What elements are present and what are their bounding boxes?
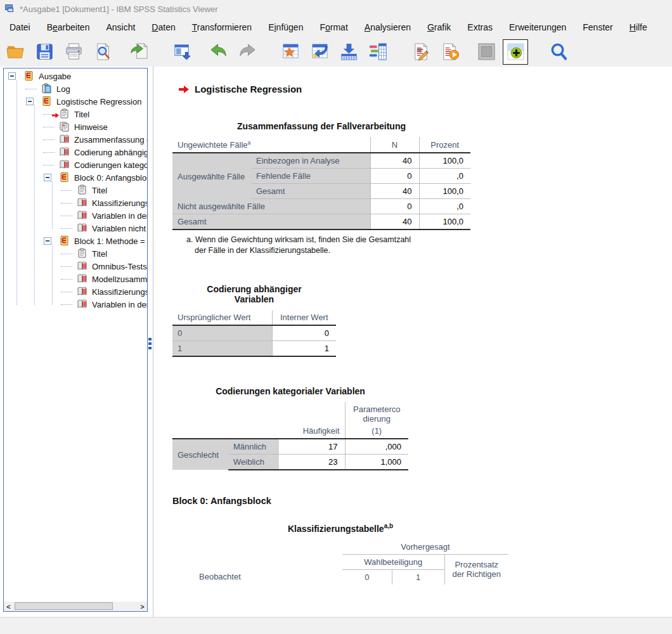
print-preview-icon[interactable] [90, 39, 115, 65]
tree-item-variablen-in-der-gleichung[interactable]: Variablen in der Gleichung [4, 209, 147, 222]
menu-hilfe[interactable]: Hilfe [621, 20, 656, 35]
table-icon [77, 286, 89, 297]
tree-item-block-0-anfangsblock[interactable]: Block 0: Anfangsblock [4, 171, 147, 184]
variables-icon[interactable] [365, 39, 391, 65]
syntax-editor-icon[interactable] [408, 39, 434, 65]
menu-extras[interactable]: Extras [459, 20, 501, 35]
pane-splitter[interactable] [148, 67, 153, 617]
undo-icon[interactable] [205, 39, 231, 65]
print-icon[interactable] [61, 39, 86, 65]
run-script-icon[interactable] [437, 39, 463, 65]
case-summary-section: Zusammenfassung der Fallverarbeitung Ung… [172, 121, 470, 256]
current-item-marker-icon [52, 111, 59, 120]
menu-grafik[interactable]: Grafik [419, 20, 459, 35]
splitter-handle-icon[interactable] [148, 338, 152, 351]
tree-item-label: Block 1: Methode = [74, 236, 145, 246]
tree-item-hinweise[interactable]: Hinweise [4, 120, 147, 133]
tree-item-omnibus-tests-der-modellkoeffizienten[interactable]: Omnibus-Tests der Modellkoeffizienten [4, 260, 147, 273]
redo-icon[interactable] [235, 39, 260, 65]
classification-title: Klassifizierungstabellea,b [172, 522, 508, 534]
book-icon [23, 70, 36, 82]
scroll-left-icon[interactable]: < [4, 602, 13, 611]
designate-window-icon[interactable] [503, 39, 528, 65]
scrollbar-thumb[interactable] [15, 602, 113, 610]
tree-item-titel[interactable]: Titel [4, 184, 147, 197]
tree-item-block-1-methode[interactable]: Block 1: Methode = [4, 235, 147, 247]
menu-erweiterungen[interactable]: Erweiterungen [501, 20, 574, 35]
categorical-coding-table: Parametercodierung Häufigkeit (1) Geschl… [172, 402, 408, 470]
tree-item-label: Variablen in der Gleichung [92, 211, 147, 221]
menu-format[interactable]: Format [311, 20, 356, 35]
menu-analysieren[interactable]: Analysieren [356, 20, 419, 35]
tree-item-label: Modellzusammenfassung [92, 275, 147, 284]
scroll-right-icon[interactable]: > [138, 602, 147, 611]
tree-item-titel[interactable]: Titel [4, 247, 147, 260]
menu-bearbeiten[interactable]: Bearbeiten [39, 20, 98, 35]
tree-item-variablen-in-der-gleichung[interactable]: Variablen in der Gleichung [4, 298, 147, 311]
export-icon[interactable] [126, 39, 152, 65]
log-icon [41, 83, 53, 94]
menu-transformieren[interactable]: Transformieren [184, 20, 260, 35]
tree-item-label: Klassifizierungstabelle [92, 287, 147, 297]
window-title: *Ausgabe1 [Dokument1] - IBM SPSS Statist… [20, 4, 218, 14]
case-summary-table: Ungewichtete Fällea N Prozent Ausgewählt… [172, 137, 470, 230]
categorical-coding-section: Codierungen kategorialer Variablen Param… [172, 386, 408, 470]
classification-table: Vorhergesagt Wahlbeteiligung Prozentsatz… [172, 540, 508, 585]
tree-item-modellzusammenfassung[interactable]: Modellzusammenfassung [4, 273, 147, 285]
goto-variable-icon[interactable] [336, 39, 361, 65]
tree-item-label: Ausgabe [39, 72, 71, 81]
tree-item-label: Block 0: Anfangsblock [74, 173, 147, 183]
tree-item-label: Codierungen kategorialer Variablen [74, 160, 147, 170]
menu-datei[interactable]: Datei [1, 20, 39, 35]
block0-heading: Block 0: Anfangsblock [172, 496, 672, 506]
menu-fenster[interactable]: Fenster [574, 20, 621, 35]
recall-dialogs-icon[interactable] [169, 39, 195, 65]
tree-item-logistische-regression[interactable]: Logistische Regression [4, 95, 147, 108]
tree-item-codierungen-kategorialer-variablen[interactable]: Codierungen kategorialer Variablen [4, 158, 147, 171]
titlebar: *Ausgabe1 [Dokument1] - IBM SPSS Statist… [0, 0, 672, 18]
tree-item-label: Variablen nicht in der Gleichung [92, 224, 147, 233]
tree-item-label: Titel [92, 249, 107, 259]
menu-daten[interactable]: Daten [143, 20, 183, 35]
tree-item-klassifizierungstabelle[interactable]: Klassifizierungstabelle [4, 197, 147, 209]
tree-collapse-icon[interactable] [44, 174, 51, 181]
statusbar [0, 617, 672, 634]
open-icon[interactable] [3, 39, 28, 65]
tree-item-codierung-abh-ngiger-variablen[interactable]: Codierung abhängiger Variablen [4, 146, 147, 158]
dependent-coding-section: Codierung abhängiger Variablen Ursprüngl… [172, 284, 336, 357]
tree-collapse-icon[interactable] [8, 72, 16, 80]
tree-item-zusammenfassung-der-fallverarbeitung[interactable]: Zusammenfassung der Fallverarbeitung [4, 133, 147, 146]
menu-einf-gen[interactable]: Einfügen [260, 20, 311, 35]
find-icon[interactable] [546, 39, 571, 65]
case-summary-footnote: a. Wenn die Gewichtung wirksam ist, find… [186, 235, 470, 256]
tree-collapse-icon[interactable] [44, 237, 51, 245]
current-item-arrow-icon [179, 85, 189, 94]
tree-item-klassifizierungstabelle[interactable]: Klassifizierungstabelle [4, 285, 147, 298]
app-icon [4, 3, 15, 16]
table-icon [59, 146, 71, 158]
tree-item-ausgabe[interactable]: Ausgabe [4, 70, 147, 82]
book-icon [59, 172, 71, 183]
tree-item-variablen-nicht-in-der-gleichung[interactable]: Variablen nicht in der Gleichung [4, 222, 147, 235]
table-icon [77, 210, 89, 221]
scrollbar-track[interactable] [13, 602, 138, 611]
menubar: DateiBearbeitenAnsichtDatenTransformiere… [0, 18, 672, 37]
notes-icon [59, 121, 71, 133]
goto-data-icon[interactable] [278, 39, 303, 65]
tree-collapse-icon[interactable] [26, 98, 34, 105]
outline-pane[interactable]: AusgabeLogLogistische RegressionTitelHin… [3, 68, 148, 612]
select-last-output-icon[interactable] [474, 39, 499, 65]
tree-item-label: Hinweise [74, 122, 108, 132]
table-icon [59, 134, 71, 145]
outline-hscrollbar[interactable]: < > [4, 602, 147, 611]
menu-ansicht[interactable]: Ansicht [98, 20, 143, 35]
goto-case-icon[interactable] [307, 39, 332, 65]
page-title: Logistische Regression [195, 84, 302, 94]
save-icon[interactable] [32, 39, 57, 65]
tree-item-label: Logistische Regression [56, 97, 141, 107]
table-icon [77, 299, 89, 310]
tree-item-titel[interactable]: Titel [4, 108, 147, 120]
tree-item-log[interactable]: Log [4, 82, 147, 95]
output-heading: Logistische Regression [179, 84, 672, 94]
output-pane[interactable]: Logistische Regression Zusammenfassung d… [153, 67, 672, 617]
